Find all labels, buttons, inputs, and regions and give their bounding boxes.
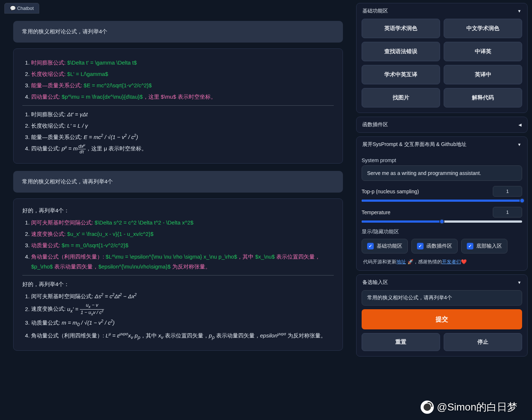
chat-scroll[interactable]: 常用的狭义相对论公式，请列举4个 时间膨胀公式: $\Delta t' = \g… <box>4 17 352 417</box>
topp-value[interactable]: 1 <box>493 186 522 197</box>
temperature-label: Temperature <box>362 209 391 215</box>
user-message: 常用的狭义相对论公式，请再列举4个 <box>13 171 343 193</box>
temperature-slider[interactable] <box>362 220 522 223</box>
topp-label: Top-p (nucleus sampling) <box>362 189 419 194</box>
chevron-down-icon: ▼ <box>517 9 521 13</box>
tab-bar: 💬 Chatbot <box>4 3 352 14</box>
user-message: 常用的狭义相对论公式，请列举4个 <box>13 21 343 43</box>
section-header-basic[interactable]: 基础功能区 ▼ <box>356 3 527 19</box>
alt-input-field[interactable] <box>362 290 522 306</box>
alt-input-section: 备选输入区 ▼ 提交 重置 停止 <box>356 274 528 357</box>
advanced-section: 展开SysPrompt & 交互界面布局 & Github地址 ▼ System… <box>356 136 528 271</box>
check-icon: ✓ <box>467 243 473 249</box>
tab-label: Chatbot <box>17 6 34 11</box>
function-button-1[interactable]: 中文学术润色 <box>444 19 522 38</box>
chat-icon: 💬 <box>10 6 16 11</box>
topp-slider[interactable] <box>362 200 522 202</box>
system-prompt-input[interactable] <box>362 165 522 181</box>
function-button-2[interactable]: 查找语法错误 <box>362 42 440 61</box>
check-icon: ✓ <box>417 243 424 249</box>
plugin-section: 函数插件区 ◀ <box>356 117 528 133</box>
toggle-checkbox-2[interactable]: ✓底部输入区 <box>461 239 507 253</box>
basic-functions-section: 基础功能区 ▼ 英语学术润色中文学术润色查找语法错误中译英学术中英互译英译中找图… <box>356 3 528 113</box>
function-button-6[interactable]: 找图片 <box>362 88 440 107</box>
credits-line: 代码开源和更新地址 🚀，感谢热情的开发者们❤️ <box>362 253 522 265</box>
toggle-label: 显示/隐藏功能区 <box>362 229 522 235</box>
reset-button[interactable]: 重置 <box>362 333 440 351</box>
section-header-advanced[interactable]: 展开SysPrompt & 交互界面布局 & Github地址 ▼ <box>356 137 527 152</box>
toggle-checkbox-1[interactable]: ✓函数插件区 <box>411 239 458 253</box>
function-button-5[interactable]: 英译中 <box>444 65 522 84</box>
section-header-alt-input[interactable]: 备选输入区 ▼ <box>356 275 527 290</box>
system-prompt-label: System prompt <box>362 157 522 163</box>
section-header-plugins[interactable]: 函数插件区 ◀ <box>356 117 527 132</box>
function-button-4[interactable]: 学术中英互译 <box>362 65 440 84</box>
check-icon: ✓ <box>367 243 374 249</box>
toggle-checkbox-0[interactable]: ✓基础功能区 <box>362 239 408 253</box>
chat-panel: 💬 Chatbot 常用的狭义相对论公式，请列举4个 时间膨胀公式: $\Del… <box>0 0 356 420</box>
source-link[interactable]: 地址 <box>396 259 406 264</box>
chevron-down-icon: ▼ <box>517 280 521 285</box>
chevron-left-icon: ◀ <box>518 123 521 127</box>
function-button-3[interactable]: 中译英 <box>444 42 522 61</box>
submit-button[interactable]: 提交 <box>362 309 522 329</box>
sidebar: 基础功能区 ▼ 英语学术润色中文学术润色查找语法错误中译英学术中英互译英译中找图… <box>356 0 532 420</box>
stop-button[interactable]: 停止 <box>444 333 522 351</box>
function-button-7[interactable]: 解释代码 <box>444 88 522 107</box>
devs-link[interactable]: 开发者们 <box>442 259 461 264</box>
temperature-value[interactable]: 1 <box>493 207 522 218</box>
bot-message: 时间膨胀公式: $\Delta t' = \gamma \Delta t$ 长度… <box>13 48 343 164</box>
tab-chatbot[interactable]: 💬 Chatbot <box>4 3 39 14</box>
bot-message: 好的，再列举4个： 闵可夫斯基时空间隔公式: $\Delta s^2 = c^2… <box>13 198 343 351</box>
chevron-down-icon: ▼ <box>517 142 521 147</box>
function-button-0[interactable]: 英语学术润色 <box>362 19 440 38</box>
